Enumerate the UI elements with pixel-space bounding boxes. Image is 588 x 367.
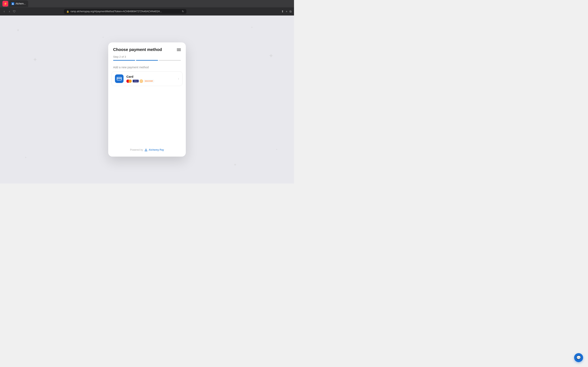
card-payment-option[interactable]: Card VISA: [112, 71, 182, 86]
alchemy-favicon: [11, 2, 14, 5]
diners-logo: [140, 80, 143, 83]
menu-line-3: [177, 50, 181, 51]
bg-decor-2: ✦: [102, 36, 104, 39]
bg-decor-8: ✦: [276, 148, 278, 151]
card-icon: [117, 77, 122, 81]
modal-title: Choose payment method: [113, 47, 162, 52]
browser-actions: ⬆ + ⧉: [281, 10, 292, 13]
browser-chrome: ⚡ Alchem... ‹ › 🛡 🔒 r: [0, 0, 294, 16]
bg-decor-6: ✦: [25, 156, 27, 159]
progress-segment-3: [159, 60, 181, 61]
url-text: ramp.alchemypay.org/#/paymentMethod?toke…: [70, 10, 181, 13]
tabs-overview-button[interactable]: ⧉: [290, 10, 292, 13]
card-logos: VISA DISCOVER: [126, 80, 154, 83]
address-bar[interactable]: 🔒 ramp.alchemypay.org/#/paymentMethod?to…: [64, 9, 186, 14]
alchemy-pay-logo: Alchemy Pay: [144, 148, 164, 152]
powered-by-text: Powered by: [130, 149, 143, 151]
lock-icon: 🔒: [66, 10, 69, 13]
page-content: ✦ ✦ ✦ ✦ ✦ ✦ ✦ ✦ Choose payment method St…: [0, 16, 294, 184]
mastercard-logo: [126, 80, 132, 83]
shield-icon: 🛡: [13, 10, 16, 13]
mc-circle-right: [129, 80, 132, 83]
visa-logo: VISA: [133, 80, 139, 82]
bg-decor-4: ✦: [251, 26, 253, 29]
progress-segment-2: [136, 60, 158, 61]
step-section: Step 2 of 3: [108, 55, 186, 64]
tab-strip: ⚡ Alchem...: [0, 0, 294, 7]
share-button[interactable]: ⬆: [281, 10, 284, 13]
payment-option-left: Card VISA: [115, 75, 154, 83]
new-tab-button[interactable]: +: [286, 10, 287, 13]
bg-decor-5: ✦: [268, 52, 274, 59]
payment-method-modal: Choose payment method Step 2 of 3 Add a …: [108, 42, 186, 157]
alchemy-brand-text: Alchemy Pay: [149, 149, 164, 151]
active-tab[interactable]: Alchem...: [9, 0, 28, 7]
forward-button[interactable]: ›: [8, 9, 11, 14]
add-payment-label: Add a new payment method: [108, 64, 186, 71]
bg-decor-1: ✦: [16, 28, 20, 33]
svg-rect-1: [117, 78, 121, 79]
alchemy-logo-icon: [144, 148, 148, 152]
browser-window: ⚡ Alchem... ‹ › 🛡 🔒 r: [0, 0, 294, 184]
chevron-right-icon: ›: [178, 77, 179, 81]
menu-line-2: [177, 50, 181, 50]
fastex-icon: ⚡: [4, 2, 7, 5]
modal-footer: Powered by Alchemy Pay: [108, 143, 186, 157]
back-button[interactable]: ‹: [2, 9, 6, 14]
reload-icon[interactable]: ↻: [182, 10, 184, 13]
progress-segment-1: [113, 60, 135, 61]
step-label: Step 2 of 3: [113, 55, 181, 58]
modal-header: Choose payment method: [108, 42, 186, 55]
pinned-tab-fastex[interactable]: ⚡: [2, 1, 8, 7]
address-bar-row: ‹ › 🛡 🔒 ramp.alchemypay.org/#/paymentMet…: [0, 7, 294, 16]
discover-logo: DISCOVER: [144, 80, 154, 82]
tab-title: Alchem...: [16, 2, 26, 5]
progress-bar: [113, 60, 181, 61]
bg-decor-7: ✦: [233, 162, 237, 167]
payment-info: Card VISA: [126, 75, 154, 83]
card-icon-box: [115, 75, 123, 83]
menu-button[interactable]: [177, 49, 181, 51]
payment-name: Card: [126, 75, 154, 78]
menu-line-1: [177, 49, 181, 49]
bg-decor-3: ✦: [33, 56, 37, 63]
